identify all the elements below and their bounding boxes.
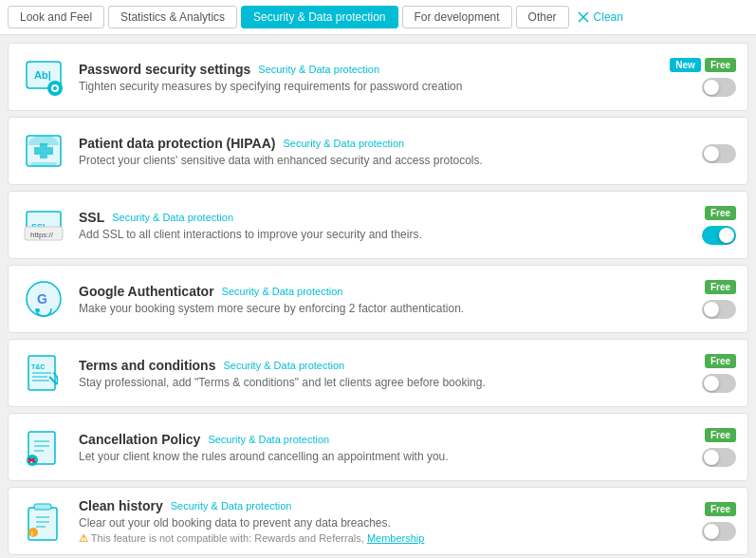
card-desc-google-auth: Make your booking system more secure by … [79, 302, 691, 315]
card-icon-google-auth: G [20, 275, 67, 323]
badge-row-google-auth: Free [705, 280, 736, 294]
tab-look-and-feel[interactable]: Look and Feel [8, 6, 104, 28]
badge-row-ssl: Free [705, 206, 736, 220]
card-desc-terms: Stay professional, add "Terms & conditio… [79, 376, 691, 389]
svg-text:!: ! [31, 530, 34, 538]
toggle-clean-history[interactable] [702, 522, 736, 541]
svg-text:G: G [37, 291, 47, 307]
toggle-google-auth[interactable] [702, 300, 736, 319]
svg-text:https://: https:// [30, 231, 54, 239]
card-right-ssl: Free [702, 206, 736, 245]
card-right-password: New Free [670, 58, 736, 97]
card-right-google-auth: Free [702, 280, 736, 319]
card-right-terms: Free [702, 354, 736, 393]
card-title-clean-history: Clean history [79, 498, 163, 513]
card-right-cancellation: Free [702, 428, 736, 467]
card-google-auth: G Google Authenticator Security & Data p… [8, 265, 748, 333]
toggle-knob-google-auth [704, 302, 719, 317]
toggle-knob-clean-history [704, 524, 719, 539]
card-body-terms: Terms and conditions Security & Data pro… [79, 358, 691, 389]
membership-link[interactable]: Membership [367, 532, 425, 544]
clean-icon [577, 10, 590, 24]
card-desc-clean-history: Clear out your old booking data to preve… [79, 516, 691, 530]
badge-free-terms: Free [705, 354, 736, 368]
top-nav: Look and Feel Statistics & Analytics Sec… [0, 0, 756, 35]
card-body-hipaa: Patient data protection (HIPAA) Security… [79, 136, 691, 167]
tab-security-data-protection[interactable]: Security & Data protection [241, 6, 397, 28]
tab-statistics-analytics[interactable]: Statistics & Analytics [108, 6, 237, 28]
svg-point-4 [53, 86, 57, 90]
toggle-hipaa[interactable] [702, 144, 736, 163]
toggle-knob-cancellation [704, 450, 719, 465]
card-clean-history: ! Clean history Security & Data protecti… [8, 487, 748, 555]
badge-free-clean-history: Free [705, 502, 736, 516]
card-title-cancellation: Cancellation Policy [79, 432, 200, 447]
card-body-password: Password security settings Security & Da… [79, 62, 658, 93]
badge-row-password: New Free [670, 58, 736, 72]
card-password-security: Ab| Password security settings Security … [8, 43, 748, 111]
toggle-knob-terms [704, 376, 719, 391]
card-title-password: Password security settings [79, 62, 250, 77]
card-right-hipaa [702, 139, 736, 163]
toggle-terms[interactable] [702, 374, 736, 393]
svg-rect-27 [34, 504, 51, 510]
card-category-hipaa: Security & Data protection [283, 138, 404, 149]
toggle-knob-hipaa [704, 146, 719, 161]
card-icon-terms: T&C [20, 349, 67, 397]
badge-free-ssl: Free [705, 206, 736, 220]
card-terms: T&C Terms and conditions Security & Data… [8, 339, 748, 407]
card-title-terms: Terms and conditions [79, 358, 215, 373]
badge-row-clean-history: Free [705, 502, 736, 516]
toggle-cancellation[interactable] [702, 448, 736, 467]
card-icon-hipaa [20, 127, 67, 175]
badge-row-terms: Free [705, 354, 736, 368]
card-body-google-auth: Google Authenticator Security & Data pro… [79, 284, 691, 315]
badge-row-cancellation: Free [705, 428, 736, 442]
card-category-google-auth: Security & Data protection [222, 286, 343, 297]
badge-free-password: Free [705, 58, 736, 72]
card-body-ssl: SSL Security & Data protection Add SSL t… [79, 210, 691, 241]
card-desc-password: Tighten security measures by specifying … [79, 80, 658, 93]
toggle-password[interactable] [702, 78, 736, 97]
card-title-hipaa: Patient data protection (HIPAA) [79, 136, 275, 151]
card-category-terms: Security & Data protection [223, 360, 344, 371]
card-desc-cancellation: Let your client know the rules around ca… [79, 450, 691, 463]
card-category-clean-history: Security & Data protection [171, 500, 292, 512]
card-desc-ssl: Add SSL to all client interactions to im… [79, 228, 691, 241]
card-category-cancellation: Security & Data protection [208, 434, 329, 445]
card-warning-clean-history: ⚠ This feature is not compatible with: R… [79, 532, 691, 545]
card-category-ssl: Security & Data protection [112, 212, 233, 223]
toggle-knob-password [704, 80, 719, 95]
warning-icon-clean-history: ⚠ [79, 532, 88, 544]
card-title-ssl: SSL [79, 210, 104, 225]
card-ssl: SSL https:// SSL Security & Data protect… [8, 191, 748, 259]
clean-button[interactable]: Clean [577, 10, 623, 24]
card-icon-password: Ab| [20, 53, 67, 101]
svg-text:Ab|: Ab| [34, 69, 51, 81]
svg-text:T&C: T&C [31, 363, 45, 370]
badge-free-google-auth: Free [705, 280, 736, 294]
toggle-ssl[interactable] [702, 226, 736, 245]
badge-free-cancellation: Free [705, 428, 736, 442]
card-right-clean-history: Free [702, 502, 736, 541]
card-desc-hipaa: Protect your clients' sensitive data wit… [79, 154, 691, 167]
card-icon-cancellation [20, 423, 67, 471]
card-hipaa: Patient data protection (HIPAA) Security… [8, 117, 748, 185]
toggle-knob-ssl [719, 228, 734, 243]
svg-rect-6 [30, 162, 57, 166]
cards-container: Ab| Password security settings Security … [0, 35, 756, 558]
card-body-clean-history: Clean history Security & Data protection… [79, 498, 691, 545]
card-title-google-auth: Google Authenticator [79, 284, 214, 299]
card-icon-clean-history: ! [20, 497, 67, 545]
tab-for-development[interactable]: For development [402, 6, 512, 28]
svg-point-13 [36, 308, 40, 312]
badge-new-password: New [670, 58, 701, 72]
card-category-password: Security & Data protection [258, 64, 379, 75]
card-icon-ssl: SSL https:// [20, 201, 67, 249]
card-cancellation: Cancellation Policy Security & Data prot… [8, 413, 748, 481]
card-body-cancellation: Cancellation Policy Security & Data prot… [79, 432, 691, 463]
tab-other[interactable]: Other [516, 6, 569, 28]
